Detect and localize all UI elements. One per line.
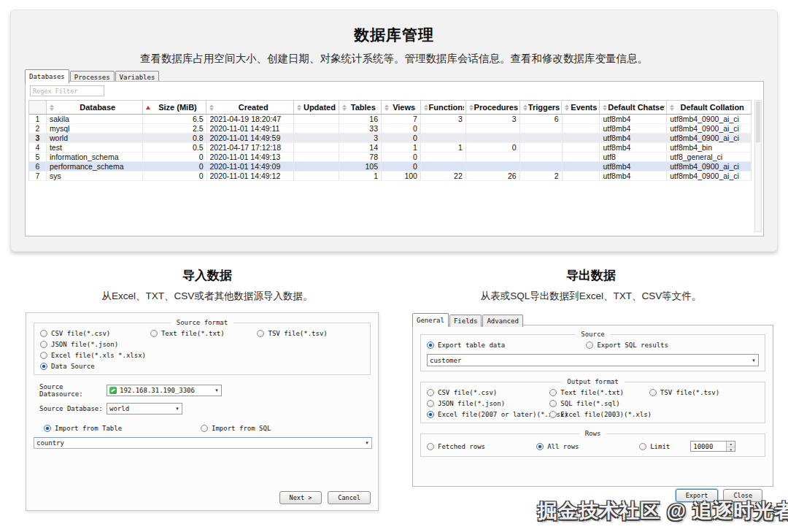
table-row[interactable]: 1sakila6.52021-04-19 18:20:47167336utf8m…	[29, 115, 752, 124]
column-header-default-chatset[interactable]: Default Chatset	[600, 101, 667, 115]
export-format-json-file-json[interactable]: JSON file(*.json)	[427, 400, 549, 407]
radio-label: Import from SQL	[212, 425, 271, 432]
radio-label: JSON file(*.json)	[51, 341, 118, 348]
spinner-down-icon[interactable]: ▼	[727, 447, 735, 452]
import-format-json-file-json[interactable]: JSON file(*.json)	[40, 341, 150, 348]
column-header-updated[interactable]: Updated	[294, 101, 339, 115]
column-header-events[interactable]: Events	[562, 101, 600, 115]
sort-icon[interactable]	[341, 104, 347, 111]
sort-icon[interactable]	[602, 104, 608, 111]
cell: 0	[382, 162, 421, 171]
sort-icon[interactable]	[384, 104, 390, 111]
import-format-data-source[interactable]: Data Source	[40, 363, 150, 370]
import-button-row: Next > Cancel	[279, 491, 371, 504]
export-format-excel-file-2003-xls[interactable]: Excel file(2003)(*.xls)	[549, 411, 649, 418]
source-table-combobox[interactable]: country ▼	[34, 437, 372, 449]
vertical-scrollbar[interactable]	[754, 100, 762, 232]
cancel-button[interactable]: Cancel	[328, 491, 371, 504]
export-source-export-table-data[interactable]: Export table data	[427, 342, 586, 349]
chevron-down-icon: ▼	[365, 441, 369, 445]
table-row[interactable]: 7sys02020-11-01 14:49:12110022262utf8mb4…	[29, 171, 752, 181]
export-source-export-sql-results[interactable]: Export SQL results	[586, 342, 759, 349]
cell: utf8mb4	[600, 134, 667, 143]
sort-icon[interactable]	[296, 104, 302, 111]
cell: 0	[143, 162, 207, 171]
database-management-card: 数据库管理 查看数据库占用空间大小、创建日期、对象统计系统等。管理数据库会话信息…	[10, 9, 778, 252]
datasource-combobox[interactable]: 192.168.31.190_3306 ▼	[107, 385, 222, 396]
sort-icon[interactable]	[209, 104, 215, 111]
cell: utf8mb4_0900_ai_ci	[667, 115, 752, 124]
sort-icon[interactable]	[669, 104, 675, 111]
limit-input[interactable]	[691, 442, 726, 451]
datasource-value: 192.168.31.190_3306	[120, 387, 212, 394]
cell	[563, 143, 600, 153]
column-header-views[interactable]: Views	[382, 101, 421, 115]
cell: 6.5	[143, 115, 207, 124]
export-tab-advanced[interactable]: Advanced	[482, 315, 522, 327]
radio-label: CSV file(*.csv)	[438, 389, 497, 396]
export-rows-all-rows[interactable]: All rows	[536, 441, 639, 452]
column-header-default-collation[interactable]: Default Collation	[667, 101, 752, 115]
cell: sakila	[47, 115, 143, 124]
import-format-tsv-file-tsv[interactable]: TSV file(*.tsv)	[257, 330, 364, 337]
export-rows-fetched-rows[interactable]: Fetched rows	[427, 441, 536, 452]
radio-label: Export SQL results	[597, 342, 668, 349]
export-format-tsv-file-tsv[interactable]: TSV file(*.tsv)	[649, 389, 759, 396]
import-format-text-file-txt[interactable]: Text file(*.txt)	[150, 330, 258, 337]
sort-icon[interactable]	[49, 104, 55, 111]
tab-databases[interactable]: Databases	[25, 69, 69, 83]
cell: 0.8	[143, 134, 207, 143]
sort-icon[interactable]	[468, 104, 474, 111]
column-header-size-mib[interactable]: Size (MiB)	[143, 101, 207, 115]
column-header-created[interactable]: Created	[206, 101, 294, 115]
import-mode-import-from-sql[interactable]: Import from SQL	[201, 425, 371, 432]
table-row[interactable]: 6performance_schema02020-11-01 14:49:091…	[29, 162, 752, 171]
column-header-triggers[interactable]: Triggers	[520, 101, 563, 115]
column-header-database[interactable]: Database	[47, 101, 143, 115]
column-header-label: Procedures	[474, 103, 518, 112]
column-header-label: Functions	[429, 103, 464, 112]
export-table-combobox[interactable]: customer ▼	[427, 354, 759, 366]
column-header-procedures[interactable]: Procedures	[466, 101, 520, 115]
cell: utf8	[600, 153, 667, 162]
export-format-csv-file-csv[interactable]: CSV file(*.csv)	[427, 389, 549, 396]
import-format-csv-file-csv[interactable]: CSV file(*.csv)	[40, 330, 150, 337]
export-format-text-file-txt[interactable]: Text file(*.txt)	[549, 389, 649, 396]
database-combobox[interactable]: world ▼	[107, 403, 182, 415]
scrollbar-thumb[interactable]	[756, 101, 760, 142]
table-corner-cell[interactable]	[29, 101, 47, 115]
import-mode-import-from-table[interactable]: Import from Table	[44, 425, 201, 432]
radio-icon	[649, 389, 657, 396]
export-tab-general[interactable]: General	[412, 313, 449, 327]
table-row[interactable]: 5information_schema02020-11-01 14:49:137…	[29, 153, 752, 162]
column-header-functions[interactable]: Functions	[421, 101, 466, 115]
radio-icon	[536, 443, 544, 450]
spinner-buttons[interactable]: ▲▼	[726, 442, 735, 451]
cell: 0	[382, 153, 421, 162]
cell: 2020-11-01 14:49:12	[207, 171, 295, 181]
next-button[interactable]: Next >	[279, 491, 322, 504]
sort-icon[interactable]	[423, 104, 429, 111]
sort-icon[interactable]	[564, 104, 570, 111]
cell	[421, 134, 466, 143]
radio-label: All rows	[547, 443, 579, 450]
table-row[interactable]: 4test0.52021-04-17 17:12:1814110utf8mb4u…	[29, 143, 752, 153]
rows-options: Fetched rowsAll rowsLimit▲▼	[427, 439, 759, 452]
cell: 3	[421, 115, 466, 124]
table-row[interactable]: 3world0.82020-11-01 14:49:5930utf8mb4utf…	[29, 134, 752, 143]
export-format-sql-file-sql[interactable]: SQL file(*.sql)	[549, 400, 649, 407]
column-header-tables[interactable]: Tables	[339, 101, 382, 115]
limit-spinner[interactable]: ▲▼	[690, 441, 735, 452]
table-row[interactable]: 2mysql2.52020-11-01 14:49:11330utf8mb4ut…	[29, 124, 752, 134]
cell: 26	[466, 171, 520, 181]
regex-filter-input[interactable]	[30, 85, 104, 96]
import-format-excel-file-xls-xlsx[interactable]: Excel file(*.xls *.xlsx)	[40, 352, 150, 359]
sort-icon[interactable]	[145, 106, 151, 109]
sort-icon[interactable]	[522, 104, 528, 111]
export-rows-limit[interactable]: Limit▲▼	[639, 441, 759, 452]
column-header-label: Database	[55, 103, 141, 112]
export-format-excel-file-2007-or-later-xlsx[interactable]: Excel file(2007 or later)(*.xlsx)	[427, 411, 549, 418]
export-tab-fields[interactable]: Fields	[449, 315, 482, 327]
cell: 2021-04-17 17:12:18	[207, 143, 295, 153]
spinner-up-icon[interactable]: ▲	[727, 442, 735, 447]
